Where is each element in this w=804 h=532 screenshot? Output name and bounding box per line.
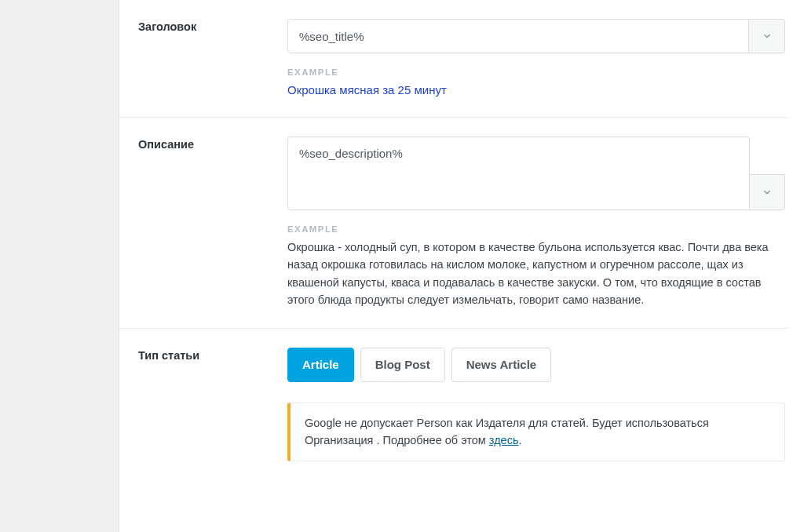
article-type-option-news-article[interactable]: News Article (451, 348, 551, 382)
chevron-down-icon (762, 187, 773, 198)
description-row: Описание EXAMPLE Окрошка - холодный суп,… (119, 118, 788, 329)
description-variables-toggle[interactable] (749, 174, 785, 210)
article-type-label: Тип статьи (119, 348, 287, 461)
left-gutter (0, 0, 119, 532)
title-label: Заголовок (119, 19, 287, 98)
article-type-row: Тип статьи Article Blog Post News Articl… (119, 329, 788, 480)
notice-link[interactable]: здесь (489, 434, 519, 446)
publisher-notice: Google не допускает Person как Издателя … (287, 403, 785, 461)
notice-text-post: . (518, 434, 521, 446)
settings-panel: Заголовок EXAMPLE Окрошка мясная за 25 м… (119, 0, 804, 532)
article-type-option-article[interactable]: Article (287, 348, 354, 382)
title-example-heading: EXAMPLE (287, 67, 785, 77)
description-input[interactable] (287, 137, 750, 210)
title-row: Заголовок EXAMPLE Окрошка мясная за 25 м… (119, 0, 788, 118)
description-example-value: Окрошка - холодный суп, в котором в каче… (287, 239, 785, 309)
chevron-down-icon (762, 31, 773, 42)
article-type-option-blog-post[interactable]: Blog Post (360, 348, 445, 382)
description-example-heading: EXAMPLE (287, 224, 785, 234)
article-type-group: Article Blog Post News Article (287, 348, 785, 382)
description-label: Описание (119, 137, 287, 309)
title-variables-toggle[interactable] (749, 19, 785, 53)
title-example-value: Окрошка мясная за 25 минут (287, 82, 785, 98)
title-input[interactable] (287, 19, 749, 53)
